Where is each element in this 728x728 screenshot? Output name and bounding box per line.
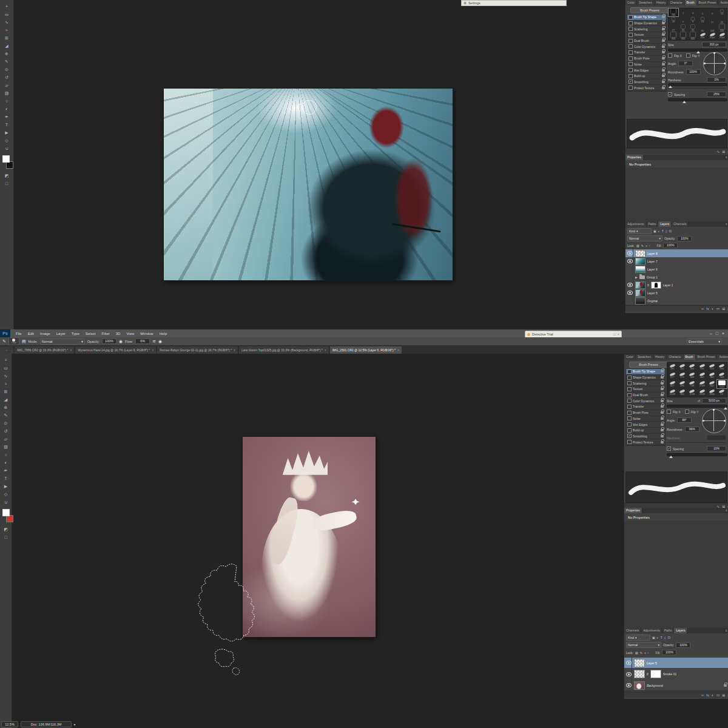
close-icon[interactable]: × [152, 348, 153, 352]
layer-thumbnail[interactable] [634, 681, 645, 690]
layer-thumbnail[interactable] [634, 659, 645, 667]
angle-value[interactable]: 0° [678, 61, 693, 66]
panel-tab[interactable]: Characte [667, 354, 683, 360]
panel-menu-icon[interactable]: ≡ [724, 155, 728, 160]
close-icon[interactable]: × [70, 348, 72, 352]
lock-icon[interactable] [661, 423, 664, 426]
brush-section-row[interactable]: ✓ Smoothing [626, 434, 665, 440]
tool-quick-select[interactable]: ≈ [0, 380, 12, 388]
checkbox[interactable] [627, 393, 632, 397]
lock-icon[interactable] [662, 63, 665, 66]
layer-thumbnail[interactable] [635, 297, 645, 305]
tool-gradient[interactable]: ▨ [0, 89, 13, 97]
document-tab[interactable]: IMG_7956.CR2 @ 33.3% (RGB/16*) * × [15, 346, 75, 354]
layer-style-icon[interactable]: fx [706, 307, 709, 311]
brush-tip-cell[interactable]: 23 [717, 388, 727, 397]
tool-quick-select[interactable]: ≈ [0, 26, 13, 34]
checkbox[interactable] [627, 440, 632, 444]
checkbox[interactable] [629, 86, 633, 90]
panel-tab[interactable]: Brush Preset [696, 354, 718, 360]
quick-mask-button[interactable]: ◩ [0, 525, 12, 533]
lock-transparency-icon[interactable]: ▨ [635, 651, 638, 655]
panel-tab[interactable]: History [655, 0, 669, 5]
eye-icon[interactable] [626, 672, 632, 676]
color-swatches[interactable] [1, 154, 12, 170]
close-icon[interactable]: × [234, 348, 235, 352]
panel-tab[interactable]: Swatches [637, 0, 655, 5]
tool-marquee[interactable]: ▭ [0, 10, 13, 18]
tool-eraser[interactable]: ▱ [0, 81, 13, 89]
panel-tab[interactable]: Color [624, 354, 636, 360]
checkbox[interactable] [629, 44, 633, 49]
airbrush-icon[interactable]: ≋ [152, 339, 156, 344]
tool-healing[interactable]: ⊕ [0, 403, 12, 411]
brush-section-row[interactable]: Color Dynamics [626, 398, 665, 404]
lock-icon[interactable] [662, 51, 665, 53]
brush-tip-cell[interactable]: 1 [678, 8, 688, 16]
layers-panel-tab[interactable]: Layers [658, 221, 672, 227]
layer-group-row[interactable]: ▶ Group 1 [625, 273, 728, 281]
layer-row[interactable]: 8 Smoke 01 [624, 668, 728, 681]
foreground-color-swatch[interactable] [2, 155, 10, 163]
tool-hand[interactable]: ∪ [0, 144, 13, 152]
brush-tip-cell[interactable]: 35 [678, 24, 688, 32]
checkbox[interactable] [627, 422, 632, 426]
checkbox[interactable] [629, 39, 633, 43]
panel-tab[interactable]: Actions [718, 0, 728, 5]
brush-section-row[interactable]: Shape Dynamics [626, 375, 665, 381]
brush-tip-cell[interactable]: 1938 [697, 388, 707, 397]
brush-tip-cell[interactable]: 9 [707, 8, 717, 16]
roundness-value[interactable]: 100% [686, 69, 701, 75]
brush-tip-cell[interactable]: 5 [698, 8, 707, 16]
zoom-level-input[interactable]: 12.5% [1, 721, 18, 727]
brush-section-row[interactable]: Dual Brush [626, 393, 665, 399]
brush-tip-cell[interactable]: 2500 [707, 32, 717, 40]
eye-icon[interactable] [627, 259, 633, 263]
brush-preset-picker[interactable]: 1000 [8, 337, 19, 345]
blend-mode-dropdown[interactable]: Normal▾ [626, 642, 661, 648]
screen-mode-button[interactable]: □ [0, 533, 12, 541]
menu-item[interactable]: Edit [25, 332, 37, 335]
panel-tab[interactable]: Brush [684, 354, 696, 360]
size-slider[interactable] [668, 49, 727, 52]
document-tab[interactable]: Romeo Robyn Grunge 02-11.jpg @ 16.7% (RG… [157, 346, 238, 354]
menu-item[interactable]: View [123, 332, 137, 335]
panel-tab[interactable]: Swatches [636, 354, 653, 360]
checkbox[interactable] [629, 62, 633, 66]
menu-item[interactable]: Filter [98, 332, 112, 335]
tool-brush[interactable]: ✎ [0, 411, 12, 419]
tool-clone-stamp[interactable]: ⊙ [0, 419, 12, 427]
brush-tip-cell[interactable]: 3 [688, 8, 698, 16]
brush-tip-cell[interactable]: 285 [667, 363, 677, 371]
tool-pen[interactable]: ✒ [0, 113, 13, 121]
lock-all-icon[interactable]: ▫ [648, 651, 649, 655]
brush-tip-cell[interactable]: 400 [688, 32, 698, 40]
tool-dodge[interactable]: ◐ [0, 105, 13, 113]
brush-tip-cell[interactable]: 738 [687, 380, 697, 388]
collapsed-doc-tab[interactable]: – [0, 346, 14, 354]
checkbox[interactable] [627, 387, 632, 391]
checkbox[interactable]: ✓ [629, 79, 633, 84]
menu-item[interactable]: Image [37, 332, 53, 335]
brush-tip-cell[interactable]: 1000 [717, 380, 727, 388]
ps-logo[interactable]: Ps [0, 329, 10, 337]
tool-pen[interactable]: ✒ [0, 467, 12, 474]
brush-tip-cell[interactable]: 942 [707, 380, 716, 388]
brush-tip-cell[interactable]: 65 [698, 24, 707, 32]
filter-adjustment-icon[interactable]: ◐ [657, 636, 659, 639]
brush-tip-cell[interactable]: 2500 [717, 32, 727, 40]
checkbox[interactable] [627, 416, 632, 420]
lock-pixels-icon[interactable]: ✎ [640, 651, 642, 655]
fill-value[interactable]: 100% [663, 243, 678, 248]
brush-tip-cell[interactable]: 356 [717, 363, 727, 371]
brush-tip-cell[interactable]: 9 [688, 16, 698, 24]
brush-section-row[interactable]: Transfer [627, 50, 666, 56]
lock-position-icon[interactable]: + [644, 651, 646, 655]
tool-blur[interactable]: ○ [0, 97, 13, 105]
tool-type[interactable]: T [0, 474, 12, 482]
layer-row[interactable]: Original [625, 297, 728, 305]
brush-section-row[interactable]: Color Dynamics [627, 44, 666, 50]
link-layers-icon[interactable]: ∞ [701, 307, 704, 311]
lock-icon[interactable] [661, 400, 664, 402]
opacity-value[interactable]: 100% [677, 236, 692, 241]
